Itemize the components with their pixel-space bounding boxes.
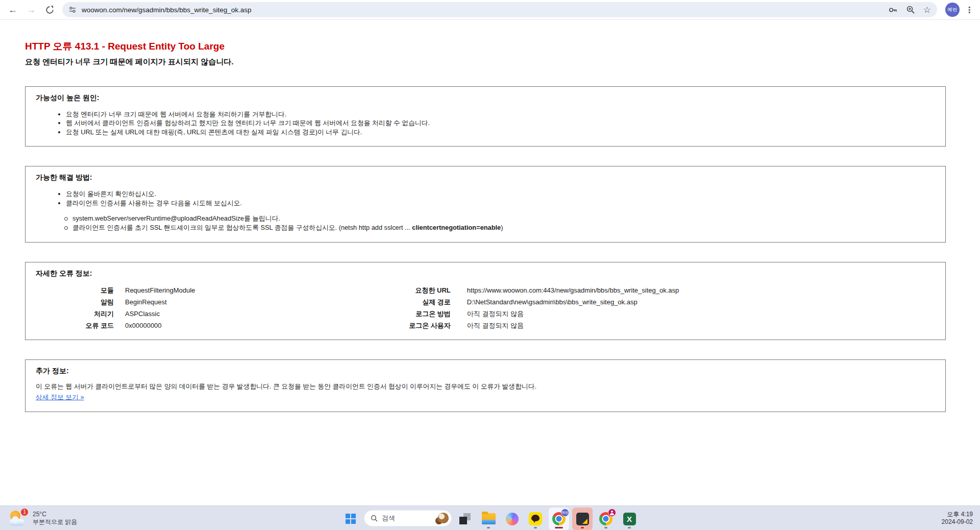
list-item: system.webServer/serverRuntime@uploadRea… bbox=[64, 214, 935, 223]
chrome-profile-badge: 예빈 bbox=[561, 509, 569, 517]
kakaotalk-icon bbox=[529, 512, 542, 525]
causes-list: 요청 엔터티가 너무 크기 때문에 웹 서버에서 요청을 처리하기를 거부합니다… bbox=[36, 110, 935, 137]
list-item: 요청 엔터티가 너무 크기 때문에 웹 서버에서 요청을 처리하기를 거부합니다… bbox=[57, 110, 935, 119]
weather-temperature: 25°C bbox=[33, 511, 77, 518]
zoom-magnifier-icon[interactable] bbox=[906, 5, 915, 14]
detail-label: 알림 bbox=[36, 298, 125, 306]
detail-label: 모듈 bbox=[36, 286, 125, 295]
start-button[interactable] bbox=[340, 508, 361, 530]
list-item: 요청 URL 또는 실제 URL에 대한 매핑(즉, URL의 콘텐츠에 대한 … bbox=[57, 128, 935, 137]
url-text[interactable]: woowon.com/new/gsadmin/bbs/bbs_write_sit… bbox=[82, 6, 882, 14]
site-settings-tune-icon[interactable] bbox=[68, 6, 77, 14]
detail-value: 아직 결정되지 않음 bbox=[467, 321, 935, 330]
detail-label: 실제 경로 bbox=[396, 298, 467, 306]
forward-button[interactable]: → bbox=[23, 2, 39, 17]
weather-condition: 부분적으로 맑음 bbox=[33, 518, 77, 526]
taskbar-center: 검색 예빈 bbox=[340, 506, 640, 530]
search-icon bbox=[371, 515, 378, 522]
profile-avatar-label: 예빈 bbox=[948, 7, 958, 13]
profile-avatar[interactable]: 예빈 bbox=[945, 3, 960, 17]
active-window-indicator bbox=[555, 527, 563, 528]
taskbar-item-file-explorer[interactable] bbox=[478, 508, 499, 530]
clock-date: 2024-09-02 bbox=[942, 518, 973, 526]
file-explorer-icon bbox=[482, 513, 496, 524]
detail-value: BeginRequest bbox=[125, 298, 396, 306]
causes-box: 가능성이 높은 원인: 요청 엔터티가 너무 크기 때문에 웹 서버에서 요청을… bbox=[25, 86, 946, 147]
bookmark-star-icon[interactable]: ☆ bbox=[923, 6, 931, 14]
list-item: 웹 서버에서 클라이언트 인증서를 협상하려고 했지만 요청 엔터티가 너무 크… bbox=[57, 118, 935, 128]
taskbar-item-kakaotalk[interactable] bbox=[525, 508, 546, 530]
detail-label: 로그온 사용자 bbox=[396, 321, 467, 330]
person-icon bbox=[610, 511, 615, 515]
task-view-icon bbox=[459, 513, 471, 525]
windows-logo-icon bbox=[346, 514, 356, 524]
detail-value: 아직 결정되지 않음 bbox=[467, 309, 935, 318]
forward-arrow-icon: → bbox=[27, 5, 36, 15]
dark-notes-app-icon bbox=[576, 513, 589, 525]
attention-indicator bbox=[581, 527, 584, 528]
password-key-icon[interactable] bbox=[888, 5, 898, 15]
details-box: 자세한 오류 정보: 모듈 RequestFilteringModule 알림 … bbox=[25, 262, 946, 340]
browser-toolbar: ← → woowon.com/new/gsadmin/bbs/bbs_write… bbox=[0, 0, 980, 20]
detail-value: RequestFilteringModule bbox=[125, 286, 396, 295]
running-indicator bbox=[487, 527, 490, 528]
running-indicator bbox=[604, 527, 607, 528]
back-button[interactable]: ← bbox=[5, 2, 20, 17]
taskbar-item-notes-app[interactable] bbox=[572, 508, 593, 530]
taskbar-item-chrome-profile2[interactable] bbox=[596, 508, 616, 530]
address-bar[interactable]: woowon.com/new/gsadmin/bbs/bbs_write_sit… bbox=[62, 2, 937, 17]
taskbar-item-excel[interactable]: X bbox=[619, 508, 640, 530]
cloud-icon bbox=[9, 519, 24, 526]
notification-badge: 1 bbox=[20, 508, 29, 516]
details-right-column: 요청한 URL https://www.woowon.com:443/new/g… bbox=[396, 286, 935, 330]
taskbar-clock[interactable]: 오후 4:19 2024-09-02 bbox=[942, 511, 980, 526]
solutions-heading: 가능한 해결 방법: bbox=[36, 173, 935, 182]
detail-value: https://www.woowon.com:443/new/gsadmin/b… bbox=[467, 286, 935, 295]
list-item: 요청이 올바른지 확인하십시오. bbox=[57, 189, 935, 199]
copilot-icon bbox=[506, 513, 519, 525]
error-page: HTTP 오류 413.1 - Request Entity Too Large… bbox=[0, 20, 980, 412]
detail-value: D:\NetStandard\new\gsadmin\bbs\bbs_write… bbox=[467, 298, 935, 306]
weather-widget[interactable]: 1 25°C 부분적으로 맑음 bbox=[0, 510, 143, 526]
weather-text: 25°C 부분적으로 맑음 bbox=[33, 511, 77, 526]
detail-value: ASPClassic bbox=[125, 309, 396, 318]
running-indicator bbox=[534, 527, 537, 528]
excel-icon: X bbox=[623, 513, 636, 525]
taskbar-search[interactable]: 검색 bbox=[364, 510, 452, 526]
search-placeholder: 검색 bbox=[382, 514, 431, 523]
more-info-link[interactable]: 상세 정보 보기 » bbox=[36, 393, 84, 402]
page-subtitle: 요청 엔터티가 너무 크기 때문에 페이지가 표시되지 않습니다. bbox=[25, 57, 946, 67]
reload-button[interactable] bbox=[42, 2, 57, 17]
causes-heading: 가능성이 높은 원인: bbox=[36, 93, 935, 103]
solutions-sublist: system.webServer/serverRuntime@uploadRea… bbox=[36, 214, 935, 232]
detail-label: 처리기 bbox=[36, 309, 125, 318]
details-table: 모듈 RequestFilteringModule 알림 BeginReques… bbox=[36, 286, 935, 330]
chrome-profile-badge bbox=[608, 509, 616, 517]
search-daily-image-coconut-icon bbox=[435, 512, 449, 524]
list-item: 클라이언트 인증서를 초기 SSL 핸드셰이크의 일부로 협상하도록 SSL 종… bbox=[64, 223, 935, 232]
clock-time: 오후 4:19 bbox=[942, 511, 973, 518]
detail-label: 오류 코드 bbox=[36, 321, 125, 330]
more-info-heading: 추가 정보: bbox=[36, 367, 935, 376]
details-left-column: 모듈 RequestFilteringModule 알림 BeginReques… bbox=[36, 286, 396, 330]
more-info-box: 추가 정보: 이 오류는 웹 서버가 클라이언트로부터 많은 양의 데이터를 받… bbox=[25, 359, 946, 412]
detail-label: 요청한 URL bbox=[396, 286, 467, 295]
taskbar-item-task-view[interactable] bbox=[455, 508, 475, 530]
browser-menu-kebab-icon[interactable]: ⋮ bbox=[964, 5, 975, 15]
detail-value: 0x00000000 bbox=[125, 321, 396, 330]
weather-icon: 1 bbox=[9, 510, 28, 526]
more-info-text: 이 오류는 웹 서버가 클라이언트로부터 많은 양의 데이터를 받는 경우 발생… bbox=[36, 382, 935, 391]
running-indicator bbox=[628, 527, 631, 528]
taskbar-item-chrome-yebin[interactable]: 예빈 bbox=[549, 508, 569, 530]
list-item: 클라이언트 인증서를 사용하는 경우 다음을 시도해 보십시오. bbox=[57, 199, 935, 208]
detail-label: 로그온 방법 bbox=[396, 309, 467, 318]
page-title: HTTP 오류 413.1 - Request Entity Too Large bbox=[25, 40, 946, 53]
taskbar-item-copilot[interactable] bbox=[502, 508, 522, 530]
solutions-box: 가능한 해결 방법: 요청이 올바른지 확인하십시오. 클라이언트 인증서를 사… bbox=[25, 166, 946, 243]
back-arrow-icon: ← bbox=[8, 5, 17, 15]
solutions-list: 요청이 올바른지 확인하십시오. 클라이언트 인증서를 사용하는 경우 다음을 … bbox=[36, 189, 935, 207]
taskbar: 1 25°C 부분적으로 맑음 검색 bbox=[0, 505, 980, 530]
reload-icon bbox=[45, 6, 54, 14]
details-heading: 자세한 오류 정보: bbox=[36, 269, 935, 278]
